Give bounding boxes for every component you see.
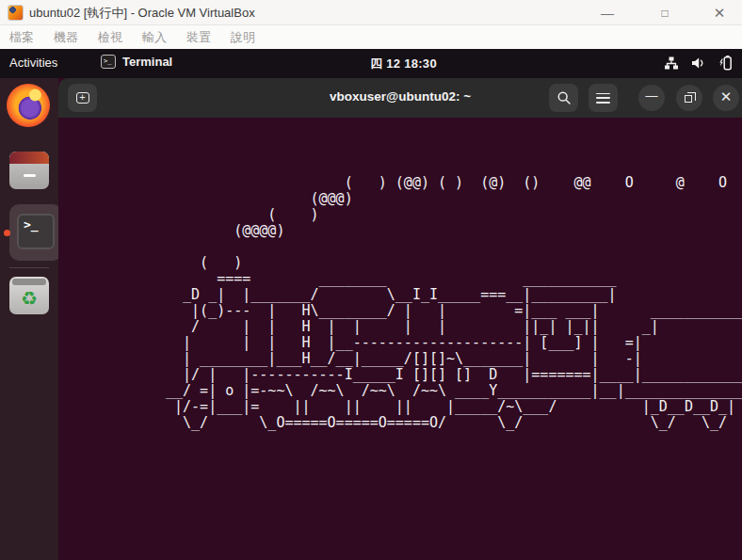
vbox-minimize-button[interactable]: — bbox=[597, 3, 618, 24]
dock-item-trash[interactable]: ♻ bbox=[7, 274, 52, 319]
terminal-window: + vboxuser@ubuntu02: ~ — ✕ ( ) (@@) bbox=[58, 78, 742, 560]
hamburger-icon bbox=[596, 93, 610, 104]
battery-charging-icon bbox=[718, 55, 734, 71]
search-button[interactable] bbox=[549, 84, 578, 112]
recycle-glyph: ♻ bbox=[9, 285, 49, 312]
trash-icon: ♻ bbox=[9, 277, 49, 314]
dock-item-files[interactable] bbox=[7, 149, 52, 194]
volume-icon bbox=[690, 56, 706, 71]
vbox-close-button[interactable]: ✕ bbox=[709, 3, 730, 24]
virtualbox-app-icon bbox=[8, 5, 24, 21]
menu-help[interactable]: 說明 bbox=[226, 27, 260, 48]
terminal-app-icon: >_ bbox=[101, 55, 116, 69]
terminal-body[interactable]: ( ) (@@) ( ) (@) () @@ O @ O (@@@) ( ) (… bbox=[58, 118, 742, 560]
focused-app-menu[interactable]: >_ Terminal bbox=[101, 55, 172, 69]
vbox-menubar: 檔案 機器 檢視 輸入 裝置 說明 bbox=[0, 25, 742, 49]
menu-file[interactable]: 檔案 bbox=[5, 27, 39, 48]
focused-app-label: Terminal bbox=[122, 55, 172, 69]
vbox-window-title: ubuntu02 [執行中] - Oracle VM VirtualBox bbox=[29, 5, 255, 22]
running-indicator bbox=[4, 230, 10, 236]
search-icon bbox=[556, 90, 572, 105]
dock: >_ ♻ bbox=[0, 78, 58, 560]
dock-item-terminal[interactable]: >_ bbox=[7, 210, 52, 255]
vbox-maximize-button[interactable]: □ bbox=[654, 3, 675, 24]
gnome-topbar: Activities >_ Terminal 四 12 18:30 bbox=[0, 49, 742, 78]
activities-button[interactable]: Activities bbox=[9, 56, 57, 70]
menu-input[interactable]: 輸入 bbox=[137, 27, 171, 48]
terminal-titlebar[interactable]: + vboxuser@ubuntu02: ~ — ✕ bbox=[58, 78, 742, 118]
restore-icon bbox=[685, 95, 692, 103]
terminal-minimize-button[interactable]: — bbox=[638, 85, 665, 111]
virtualbox-window: ubuntu02 [執行中] - Oracle VM VirtualBox — … bbox=[0, 0, 742, 560]
terminal-output: ( ) (@@) ( ) (@) () @@ O @ O (@@@) ( ) (… bbox=[166, 175, 742, 431]
menu-devices[interactable]: 裝置 bbox=[182, 27, 216, 48]
dock-divider bbox=[9, 267, 49, 268]
terminal-icon: >_ bbox=[17, 214, 55, 249]
menu-machine[interactable]: 機器 bbox=[49, 27, 83, 48]
system-tray[interactable] bbox=[664, 55, 734, 71]
vbox-titlebar[interactable]: ubuntu02 [執行中] - Oracle VM VirtualBox — … bbox=[0, 0, 742, 25]
terminal-close-button[interactable]: ✕ bbox=[713, 85, 739, 111]
files-icon bbox=[9, 152, 49, 189]
firefox-icon bbox=[7, 84, 50, 127]
dock-item-firefox[interactable] bbox=[7, 84, 52, 129]
clock-button[interactable]: 四 12 18:30 bbox=[370, 56, 437, 72]
menu-view[interactable]: 檢視 bbox=[93, 27, 127, 48]
terminal-restore-button[interactable] bbox=[676, 85, 702, 111]
menu-button[interactable] bbox=[589, 84, 618, 112]
network-icon bbox=[664, 56, 679, 71]
